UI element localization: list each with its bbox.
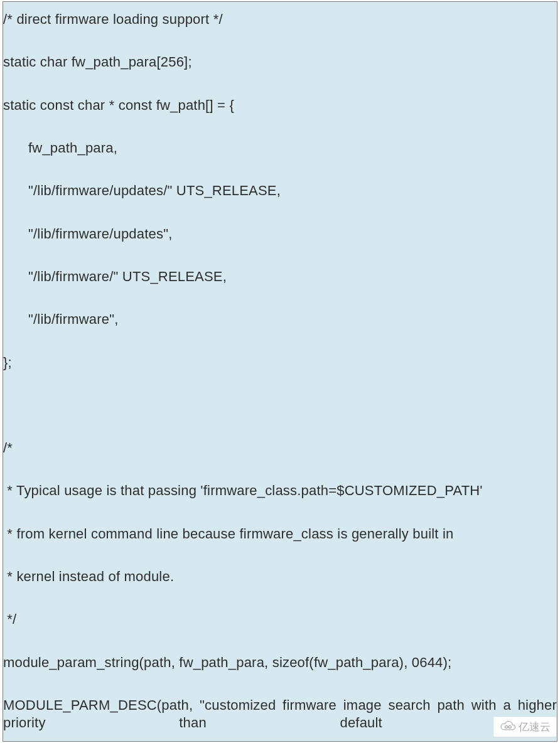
cloud-icon bbox=[500, 720, 516, 734]
code-lines-container: /* direct firmware loading support */ st… bbox=[3, 2, 557, 741]
watermark: 亿速云 bbox=[493, 717, 556, 737]
code-line-blank bbox=[3, 397, 557, 414]
code-line: * kernel instead of module. bbox=[3, 568, 557, 585]
code-line: * Typical usage is that passing 'firmwar… bbox=[3, 482, 557, 500]
code-line: * from kernel command line because firmw… bbox=[3, 525, 557, 543]
code-line: "/lib/firmware/updates/" UTS_RELEASE, bbox=[3, 182, 557, 200]
code-line: /* direct firmware loading support */ bbox=[3, 11, 557, 28]
code-line: static const char * const fw_path[] = { bbox=[3, 97, 557, 114]
code-line: "/lib/firmware/" UTS_RELEASE, bbox=[3, 268, 557, 286]
svg-point-0 bbox=[505, 725, 507, 728]
code-line: "/lib/firmware/updates", bbox=[3, 225, 557, 243]
code-line: "/lib/firmware", bbox=[3, 311, 557, 328]
code-line: /* bbox=[3, 439, 557, 457]
code-line: static char fw_path_para[256]; bbox=[3, 53, 557, 71]
watermark-text: 亿速云 bbox=[519, 720, 551, 734]
code-line: fw_path_para, bbox=[3, 139, 557, 157]
code-block: /* direct firmware loading support */ st… bbox=[3, 1, 557, 742]
code-line: MODULE_PARM_DESC(path, "customized firmw… bbox=[3, 697, 557, 731]
code-line: }; bbox=[3, 354, 557, 372]
svg-point-1 bbox=[509, 725, 511, 728]
code-line: */ bbox=[3, 611, 557, 628]
code-line: module_param_string(path, fw_path_para, … bbox=[3, 654, 557, 671]
